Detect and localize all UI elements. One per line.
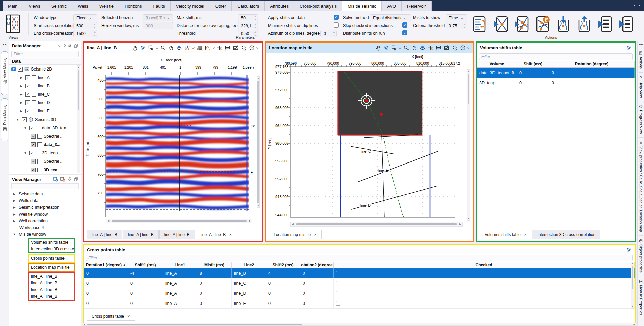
- menu-overflow-icon[interactable]: ▼: [638, 4, 641, 7]
- visibility-checkbox[interactable]: ✓: [22, 117, 27, 122]
- view-item-line-a-b-4[interactable]: line_A | line_B: [29, 293, 74, 300]
- spinner-icon[interactable]: [333, 31, 335, 36]
- chevron-right-icon[interactable]: ▶: [19, 93, 24, 96]
- chevron-expanded-icon[interactable]: ▼: [23, 126, 28, 130]
- column-header-line1[interactable]: Line1: [163, 262, 197, 268]
- menu-tab-avo[interactable]: AVO: [382, 1, 402, 11]
- mouse-icon[interactable]: [412, 45, 417, 51]
- color-box[interactable]: [36, 151, 40, 155]
- visibility-checkbox[interactable]: ✓: [31, 134, 36, 139]
- export-shifts-action-icon[interactable]: [576, 16, 592, 33]
- scroll-up-icon[interactable]: ▲: [257, 77, 259, 80]
- zoom-region-icon[interactable]: [452, 45, 458, 51]
- tree-item-line-e[interactable]: ▶✓line_E: [9, 107, 81, 115]
- remove-view-icon[interactable]: [60, 177, 65, 182]
- chevron-down-icon[interactable]: [156, 46, 158, 49]
- menu-tab-well-tie[interactable]: Well tie: [94, 1, 119, 11]
- expand-all-icon[interactable]: [63, 44, 66, 47]
- recalculate-shifts-action-icon[interactable]: [472, 16, 488, 33]
- tab-cross-points-active[interactable]: Cross points table×: [87, 312, 135, 321]
- color-box[interactable]: [32, 75, 36, 80]
- tab-line-a-b-2[interactable]: line_A | line_B: [123, 230, 159, 239]
- move-crosshair-icon[interactable]: [217, 45, 222, 51]
- color-box[interactable]: [37, 142, 42, 147]
- chevron-right-icon[interactable]: ▶: [19, 109, 24, 113]
- scroll-right-icon[interactable]: ▶: [458, 223, 462, 226]
- wiggle-display-icon[interactable]: [184, 45, 194, 51]
- color-box[interactable]: [32, 109, 36, 113]
- close-icon[interactable]: ×: [314, 232, 317, 237]
- view-item-intersection-3d[interactable]: Intersection 3D cross-c...: [29, 246, 74, 252]
- chevron-right-icon[interactable]: ▶: [19, 84, 24, 88]
- volumes-table-row[interactable]: 3D_teap00: [477, 78, 635, 88]
- map-vertical-scrollbar[interactable]: ▲ ▼: [467, 69, 470, 221]
- menu-tab-wells[interactable]: Wells: [72, 1, 94, 11]
- checked-checkbox[interactable]: [336, 271, 340, 275]
- color-box[interactable]: [32, 100, 36, 105]
- mouse-icon[interactable]: [168, 45, 174, 51]
- color-box[interactable]: [37, 168, 42, 172]
- menu-tab-faults[interactable]: Faults: [147, 1, 170, 11]
- tree-item-data-3d-bold[interactable]: ✓data_3...: [9, 140, 81, 149]
- tree-item-seismic-3d[interactable]: ▼✓ Seismic 3D: [9, 115, 81, 124]
- cross-points-header-bar[interactable]: Cross points table: [84, 245, 635, 254]
- spinner-icon[interactable]: [254, 24, 257, 28]
- trace-table-icon[interactable]: [197, 45, 202, 51]
- map-horizontal-scrollbar[interactable]: ◀ ▶: [290, 222, 463, 227]
- scroll-down-icon[interactable]: ▼: [467, 217, 470, 220]
- tree-item-line-b[interactable]: ▶✓line_B: [9, 82, 81, 90]
- column-header-shift1[interactable]: Shift1 (ms): [128, 262, 163, 268]
- column-header-shift2[interactable]: Shift2 (ms): [266, 262, 300, 268]
- location-map-plot[interactable]: X [feet] 780,596 785,000 790,000 795,000…: [266, 53, 473, 221]
- visibility-checkbox[interactable]: ✓: [18, 67, 23, 72]
- cross-points-filter-input[interactable]: [86, 255, 633, 261]
- select-tool-icon[interactable]: [391, 45, 401, 51]
- scroll-right-icon[interactable]: ▶: [248, 219, 252, 223]
- menu-tab-reservoir[interactable]: Reservoir: [402, 1, 432, 11]
- cross-point-dot[interactable]: [380, 113, 383, 116]
- data-manager-dock-tab[interactable]: Data Manager: [1, 98, 8, 141]
- view-item-volumes-shifts-table[interactable]: Volumes shifts table: [29, 239, 74, 246]
- scroll-up-icon[interactable]: ▲: [467, 70, 470, 73]
- cross-points-row-line-b[interactable]: 0-4line_A8line_B40: [84, 268, 635, 278]
- column-header-shift[interactable]: Shift (ms): [517, 61, 549, 67]
- scroll-left-icon[interactable]: ◀: [83, 323, 86, 326]
- scroll-up-icon[interactable]: ▲: [631, 262, 634, 265]
- data-column-header[interactable]: Data: [9, 58, 81, 65]
- pan-hand-icon[interactable]: [375, 45, 381, 51]
- volumes-filter-input[interactable]: [479, 53, 633, 60]
- view-item-wells-data[interactable]: ▶Wells data: [9, 197, 81, 204]
- seismic-panel-header[interactable]: line_A | line_B: [84, 43, 262, 53]
- visibility-checkbox[interactable]: ✓: [31, 142, 36, 147]
- color-box[interactable]: [32, 92, 36, 97]
- clear-shifts-action-icon[interactable]: [535, 16, 550, 33]
- start-cc-input[interactable]: 500: [73, 22, 97, 29]
- view-item-line-a-b-3[interactable]: line_A | line_B: [29, 286, 74, 293]
- location-map-header[interactable]: Location map mis tie: [266, 43, 473, 53]
- ribbon-collapse-icon[interactable]: ▲: [633, 4, 636, 7]
- visibility-checkbox[interactable]: ✓: [31, 159, 36, 164]
- tree-item-3d-tea-bold[interactable]: ✓3D_tea...: [9, 166, 81, 174]
- visibility-checkbox[interactable]: ✓: [25, 109, 30, 113]
- run-all-intersections-action-icon[interactable]: [514, 16, 529, 33]
- color-box[interactable]: [37, 134, 42, 139]
- run-report-action-icon[interactable]: [618, 16, 634, 33]
- chevron-right-icon[interactable]: ▶: [12, 192, 17, 196]
- chevron-right-icon[interactable]: ▶: [19, 76, 24, 79]
- cross-points-row-line-e[interactable]: 00line_A0line_E00: [84, 298, 635, 309]
- tab-line-a-b-3[interactable]: line_A | line_B: [159, 230, 195, 239]
- data-tree-scrollbar[interactable]: ▲: [77, 65, 80, 173]
- pan-hand-icon[interactable]: [132, 45, 138, 51]
- view-item-line-a-b-1[interactable]: line_A | line_B: [29, 273, 74, 280]
- zoom-region-icon[interactable]: [241, 45, 247, 51]
- view-properties-dock-tab[interactable]: View properties : Caille_Shale_tied on L…: [639, 138, 643, 236]
- seismic-image[interactable]: [106, 75, 249, 211]
- select-tool-icon[interactable]: [148, 45, 158, 51]
- menu-tab-seismic[interactable]: Seismic: [46, 1, 73, 11]
- tab-intersection-3d[interactable]: Intersection 3D cross-correlation: [532, 230, 600, 239]
- column-header-rotation1[interactable]: Rotation1 (degree)▲: [84, 262, 128, 268]
- chevron-right-icon[interactable]: ▶: [12, 219, 17, 223]
- volumes-table-row[interactable]: data_3D_teapot_ft00: [477, 68, 635, 78]
- menu-tab-cross-plot[interactable]: Cross-plot analysis: [294, 1, 342, 11]
- chevron-down-icon[interactable]: [256, 46, 259, 49]
